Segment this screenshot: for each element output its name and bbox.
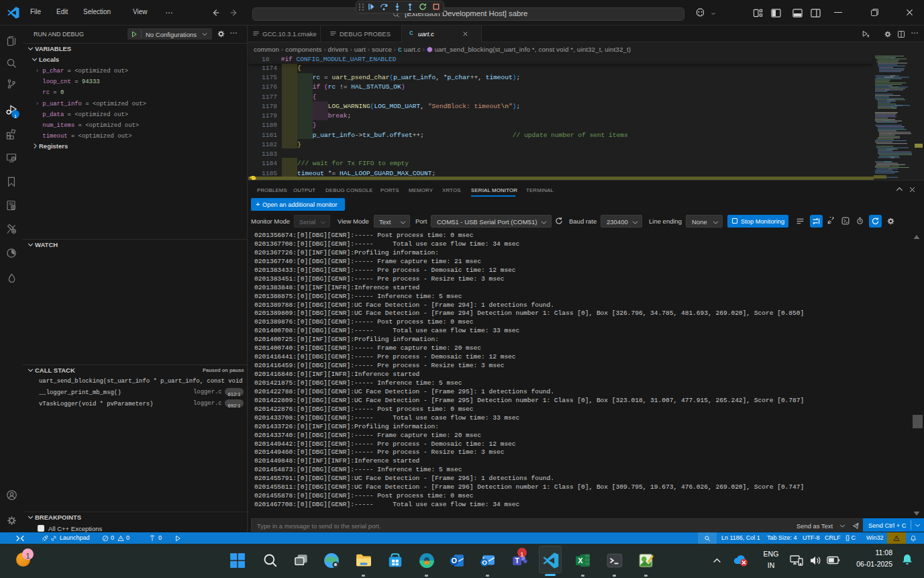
- svg-text:O: O: [451, 557, 457, 565]
- svg-text:X: X: [578, 557, 583, 565]
- svg-text:O: O: [482, 559, 487, 566]
- svg-text:T: T: [515, 557, 520, 565]
